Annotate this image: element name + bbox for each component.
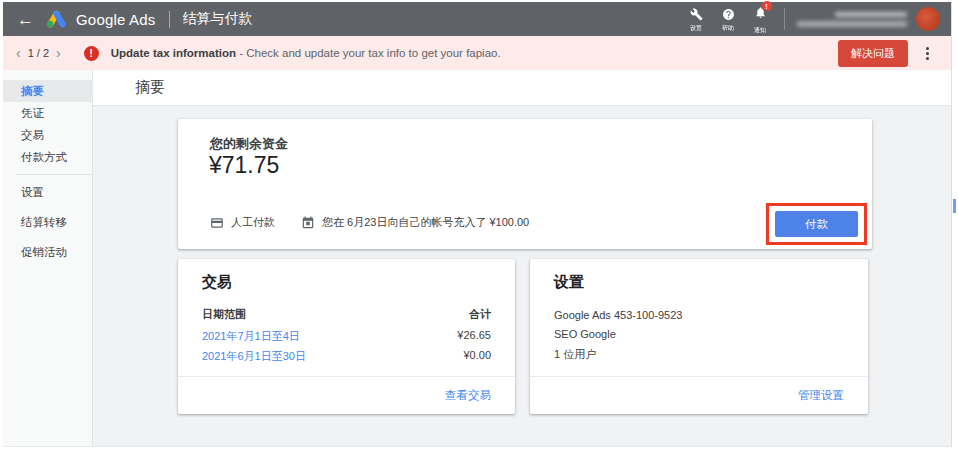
content-area: 您的剩余资金 ¥71.75 人工付款 您在 6月23日向自己的帐号充入了 ¥10… — [93, 106, 951, 446]
balance-card: 您的剩余资金 ¥71.75 人工付款 您在 6月23日向自己的帐号充入了 ¥10… — [178, 119, 872, 249]
scrollbar-thumb[interactable] — [953, 199, 956, 213]
brand-name: Google Ads — [76, 11, 156, 28]
help-icon — [722, 8, 735, 21]
alert-pager: 1 / 2 — [28, 47, 49, 59]
chevron-left-icon[interactable]: ‹ — [11, 46, 26, 60]
sidebar-item-transactions[interactable]: 交易 — [3, 124, 92, 146]
manage-settings-link[interactable]: 管理设置 — [798, 388, 844, 403]
transactions-card-title: 交易 — [202, 273, 232, 292]
alert-actions: 解决问题 — [838, 40, 943, 67]
transactions-card-footer: 查看交易 — [202, 376, 491, 414]
account-info-redacted — [797, 12, 907, 27]
wrench-icon — [690, 8, 703, 21]
resolve-issue-button[interactable]: 解决问题 — [838, 40, 908, 67]
last-payment-note: 您在 6月23日向自己的帐号充入了 ¥100.00 — [322, 215, 529, 230]
transactions-card: 交易 日期范围 合计 2021年7月1日至4日 ¥26.65 2021年6月1日… — [178, 259, 515, 414]
settings-card: 设置 Google Ads 453-100-9523 SEO Google 1 … — [530, 259, 868, 414]
alert-message: Update tax information - Check and updat… — [111, 47, 501, 59]
sidebar-divider — [16, 174, 92, 175]
header-divider — [169, 11, 170, 28]
app-body: 摘要 凭证 交易 付款方式 设置 结算转移 促销活动 摘要 您的剩余资金 ¥71… — [3, 70, 951, 446]
app-window: ← Google Ads 结算与付款 设置 帮助 ! — [3, 2, 952, 447]
table-row: 2021年7月1日至4日 ¥26.65 — [202, 329, 491, 344]
col-date-range: 日期范围 — [202, 307, 246, 322]
settings-tool-label: 设置 — [690, 23, 702, 32]
sidebar-item-billing-transfers[interactable]: 结算转移 — [3, 211, 92, 233]
help-tool-button[interactable]: 帮助 — [721, 8, 735, 33]
view-transactions-link[interactable]: 查看交易 — [445, 388, 491, 403]
page-title: 摘要 — [93, 70, 951, 106]
alert-title: Update tax information — [111, 47, 236, 59]
account-email-redacted — [797, 21, 907, 27]
sidebar: 摘要 凭证 交易 付款方式 设置 结算转移 促销活动 — [3, 70, 93, 446]
payment-mode-label: 人工付款 — [231, 215, 275, 230]
alert-description: - Check and update your tax info to get … — [239, 47, 500, 59]
date-range-link[interactable]: 2021年6月1日至30日 — [202, 349, 306, 364]
top-app-bar: ← Google Ads 结算与付款 设置 帮助 ! — [3, 2, 951, 36]
users-link[interactable]: 1 位用户 — [554, 347, 596, 362]
google-ads-logo-icon — [46, 10, 67, 28]
date-range-link[interactable]: 2021年7月1日至4日 — [202, 329, 300, 344]
settings-tool-button[interactable]: 设置 — [689, 8, 703, 33]
calendar-icon — [301, 216, 315, 230]
total-value: ¥26.65 — [457, 329, 491, 344]
settings-card-footer: 管理设置 — [554, 376, 844, 414]
balance-amount: ¥71.75 — [209, 152, 279, 179]
account-divider — [784, 8, 785, 30]
account-id-redacted — [835, 12, 907, 17]
sidebar-item-promotions[interactable]: 促销活动 — [3, 241, 92, 263]
help-tool-label: 帮助 — [722, 23, 734, 32]
balance-card-footer: 人工付款 您在 6月23日向自己的帐号充入了 ¥100.00 — [210, 215, 529, 230]
col-total: 合计 — [469, 307, 491, 322]
transactions-header-row: 日期范围 合计 — [202, 307, 491, 322]
account-name: SEO Google — [554, 328, 616, 340]
chevron-right-icon[interactable]: › — [51, 46, 66, 60]
avatar[interactable] — [916, 7, 940, 31]
table-row: 2021年6月1日至30日 ¥0.00 — [202, 349, 491, 364]
kebab-menu-icon[interactable] — [920, 43, 935, 64]
sidebar-item-settings[interactable]: 设置 — [3, 181, 92, 203]
account-id: Google Ads 453-100-9523 — [554, 309, 682, 321]
alert-banner: ‹ 1 / 2 › ! Update tax information - Che… — [3, 36, 951, 70]
notifications-tool-label: 通知 — [754, 26, 766, 35]
alert-exclamation-icon: ! — [84, 46, 99, 61]
sidebar-item-payment-methods[interactable]: 付款方式 — [3, 146, 92, 168]
payment-card-icon — [210, 216, 224, 230]
settings-card-title: 设置 — [554, 273, 584, 292]
section-title: 结算与付款 — [183, 10, 253, 28]
sidebar-item-documents[interactable]: 凭证 — [3, 102, 92, 124]
balance-card-title: 您的剩余资金 — [210, 135, 288, 153]
main-area: 摘要 您的剩余资金 ¥71.75 人工付款 您在 6月23日向自己的帐号充入了 … — [93, 70, 951, 446]
header-actions: 设置 帮助 ! 通知 — [680, 3, 943, 35]
annotation-highlight-box: 付款 — [766, 203, 867, 245]
pay-button[interactable]: 付款 — [775, 211, 858, 237]
notifications-tool-button[interactable]: ! 通知 — [753, 5, 767, 35]
sidebar-item-summary[interactable]: 摘要 — [3, 80, 92, 102]
total-value: ¥0.00 — [463, 349, 491, 364]
back-arrow-icon[interactable]: ← — [17, 11, 34, 28]
notification-badge: ! — [762, 1, 772, 11]
